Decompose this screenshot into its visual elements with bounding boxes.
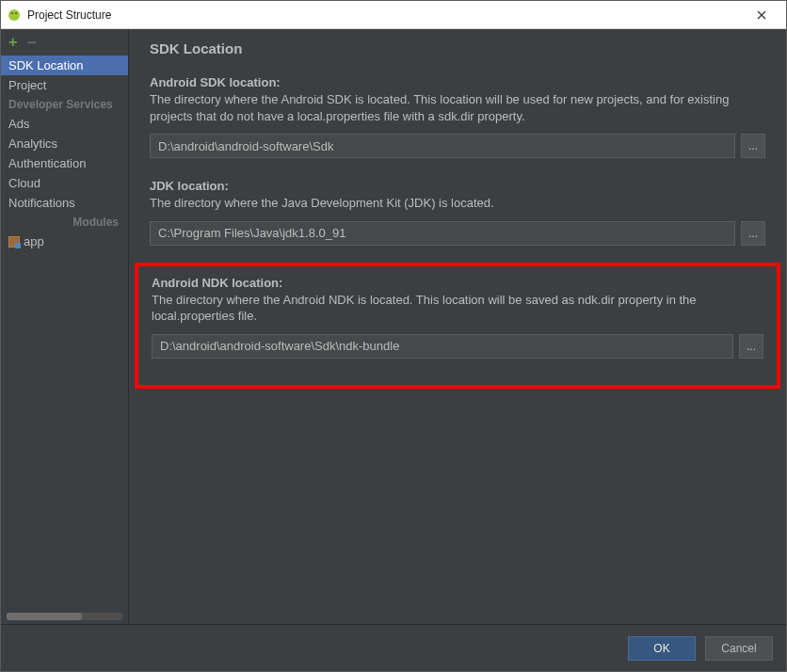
cancel-button[interactable]: Cancel: [705, 636, 773, 661]
svg-point-2: [15, 12, 17, 14]
sidebar-header-modules: Modules: [1, 213, 128, 232]
sidebar-inner: SDK Location Project Developer Services …: [1, 56, 128, 624]
sdk-field-row: ...: [150, 134, 765, 158]
sidebar-tools: + −: [1, 29, 128, 56]
sidebar-item-sdk-location[interactable]: SDK Location: [1, 56, 128, 75]
ndk-highlight-box: Android NDK location: The directory wher…: [135, 263, 780, 389]
ndk-field-row: ...: [152, 334, 763, 359]
ndk-path-input[interactable]: [152, 334, 733, 359]
sidebar-scrollbar-thumb[interactable]: [7, 613, 82, 620]
sdk-label: Android SDK location:: [150, 75, 765, 89]
dialog-body: + − SDK Location Project Developer Servi…: [1, 29, 786, 671]
content-panel: SDK Location Android SDK location: The d…: [129, 29, 786, 624]
jdk-field-row: ...: [150, 221, 765, 246]
window-title: Project Structure: [27, 8, 743, 22]
sidebar-header-developer-services: Developer Services: [1, 95, 128, 114]
sidebar-scrollbar[interactable]: [7, 613, 122, 620]
jdk-desc: The directory where the Java Development…: [150, 195, 765, 212]
sidebar-module-app[interactable]: app: [1, 232, 128, 251]
app-icon: [7, 8, 22, 23]
main-area: + − SDK Location Project Developer Servi…: [1, 29, 786, 624]
sidebar-item-cloud[interactable]: Cloud: [1, 173, 128, 193]
page-title: SDK Location: [150, 40, 765, 56]
add-icon[interactable]: +: [8, 35, 17, 50]
module-icon: [8, 236, 20, 248]
sidebar-item-notifications[interactable]: Notifications: [1, 193, 128, 213]
jdk-label: JDK location:: [150, 179, 765, 193]
sidebar-module-label: app: [24, 234, 44, 248]
svg-point-1: [11, 12, 13, 14]
sidebar-item-authentication[interactable]: Authentication: [1, 153, 128, 173]
sidebar-list: SDK Location Project Developer Services …: [1, 56, 128, 251]
svg-point-0: [8, 9, 20, 21]
section-jdk: JDK location: The directory where the Ja…: [150, 179, 765, 246]
ndk-browse-button[interactable]: ...: [739, 334, 763, 359]
jdk-browse-button[interactable]: ...: [741, 221, 765, 246]
sdk-browse-button[interactable]: ...: [741, 134, 765, 158]
jdk-path-input[interactable]: [150, 221, 735, 246]
sidebar-item-analytics[interactable]: Analytics: [1, 134, 128, 153]
sidebar-item-project[interactable]: Project: [1, 75, 128, 95]
section-sdk: Android SDK location: The directory wher…: [150, 75, 765, 158]
titlebar: Project Structure: [1, 1, 786, 29]
ok-button[interactable]: OK: [628, 636, 696, 661]
sdk-desc: The directory where the Android SDK is l…: [150, 91, 765, 124]
ndk-desc: The directory where the Android NDK is l…: [152, 292, 763, 325]
sidebar: + − SDK Location Project Developer Servi…: [1, 29, 129, 624]
sdk-path-input[interactable]: [150, 134, 735, 158]
dialog-footer: OK Cancel: [1, 624, 786, 671]
dialog-window: Project Structure + − SDK Location Proje…: [0, 0, 787, 672]
close-button[interactable]: [743, 2, 780, 28]
ndk-label: Android NDK location:: [152, 276, 763, 290]
sidebar-item-ads[interactable]: Ads: [1, 114, 128, 134]
remove-icon[interactable]: −: [26, 34, 37, 51]
